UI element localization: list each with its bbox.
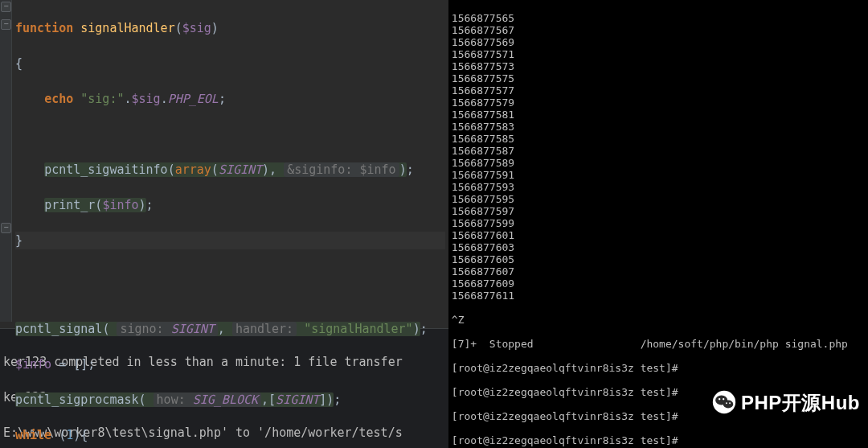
editor-area[interactable]: − − − function signalHandler($sig) { ech… xyxy=(0,0,448,322)
timestamp-line: 1566877585 xyxy=(452,133,865,145)
var-sig: $sig xyxy=(132,92,161,106)
svg-point-5 xyxy=(726,402,727,404)
prompt-line: [root@iz2zegqaeolqftvinr8is3z test]# xyxy=(452,410,865,422)
dot: . xyxy=(124,92,131,106)
timestamp-line: 1566877611 xyxy=(452,290,865,302)
string-handler: "signalHandler" xyxy=(304,322,412,336)
stmt-info-init: $info = []; xyxy=(15,357,95,372)
call-pcntl-signal: pcntl_signal( signo: SIGINT, handler: "s… xyxy=(15,322,420,336)
timestamp-line: 1566877597 xyxy=(452,205,865,217)
dot: . xyxy=(161,92,168,106)
const-sigint: SIGINT xyxy=(219,162,262,177)
ctrl-z-line: ^Z xyxy=(452,314,865,326)
timestamp-block: 1566877565156687756715668775691566877571… xyxy=(452,12,865,302)
param-hint-siginfo: &siginfo: $info xyxy=(284,162,399,177)
num-true: 1 xyxy=(66,428,73,442)
string-sig-prefix: "sig:" xyxy=(80,92,124,106)
timestamp-line: 1566877609 xyxy=(452,277,865,290)
semicolon: ; xyxy=(219,92,226,106)
timestamp-line: 1566877571 xyxy=(452,48,865,60)
timestamp-line: 1566877575 xyxy=(452,72,865,84)
remote-terminal[interactable]: 1566877565156687756715668775691566877571… xyxy=(448,0,868,448)
timestamp-line: 1566877577 xyxy=(452,84,865,97)
semicolon: ; xyxy=(407,162,414,177)
timestamp-line: 1566877605 xyxy=(452,253,865,265)
prompt-line: [root@iz2zegqaeolqftvinr8is3z test]# xyxy=(452,434,865,446)
call-print-r: print_r($info) xyxy=(44,198,145,212)
semicolon: ; xyxy=(146,198,154,212)
brace-open: { xyxy=(80,428,88,442)
brace-open: { xyxy=(15,56,23,71)
timestamp-line: 1566877599 xyxy=(452,217,865,229)
param-hint-handler: handler: xyxy=(232,322,297,336)
param-hint-signo: signo: SIGINT xyxy=(117,322,217,336)
timestamp-line: 1566877593 xyxy=(452,181,865,193)
svg-point-2 xyxy=(723,401,734,409)
keyword-array: array xyxy=(175,162,211,177)
call-sigwaitinfo: pcntl_sigwaitinfo(array(SIGINT), &siginf… xyxy=(44,162,407,177)
timestamp-line: 1566877603 xyxy=(452,241,865,253)
fold-toggle-icon[interactable]: − xyxy=(1,2,11,12)
svg-point-4 xyxy=(723,398,724,400)
prompt-line: [root@iz2zegqaeolqftvinr8is3z test]# xyxy=(452,386,865,398)
semicolon: ; xyxy=(334,393,341,407)
timestamp-line: 1566877567 xyxy=(452,24,865,36)
timestamp-line: 1566877565 xyxy=(452,12,865,24)
prompt-line: [root@iz2zegqaeolqftvinr8is3z test]# xyxy=(452,362,865,374)
keyword-while: while xyxy=(15,428,51,442)
timestamp-line: 1566877583 xyxy=(452,121,865,133)
keyword-echo: echo xyxy=(44,92,73,106)
timestamp-line: 1566877607 xyxy=(452,265,865,277)
var-info: $info xyxy=(102,198,138,212)
left-column: − − − function signalHandler($sig) { ech… xyxy=(0,0,448,448)
semicolon: ; xyxy=(420,322,428,336)
timestamp-line: 1566877573 xyxy=(452,60,865,72)
timestamp-line: 1566877569 xyxy=(452,36,865,48)
job-stopped-line: [7]+ Stopped /home/soft/php/bin/php sign… xyxy=(452,338,865,350)
timestamp-line: 1566877581 xyxy=(452,109,865,121)
editor-gutter[interactable]: − − − xyxy=(0,0,12,322)
fold-toggle-icon[interactable]: − xyxy=(1,223,11,233)
param-sig: $sig xyxy=(182,21,211,35)
const-sigint: SIGINT xyxy=(276,393,319,407)
timestamp-line: 1566877589 xyxy=(452,157,865,169)
svg-point-6 xyxy=(729,402,731,404)
function-name: signalHandler xyxy=(80,21,174,35)
app-root: − − − function signalHandler($sig) { ech… xyxy=(0,0,868,448)
brace-close: } xyxy=(15,233,23,248)
svg-point-3 xyxy=(719,398,720,400)
code-editor[interactable]: function signalHandler($sig) { echo "sig… xyxy=(12,0,448,322)
fold-toggle-icon[interactable]: − xyxy=(1,19,11,30)
timestamp-line: 1566877579 xyxy=(452,97,865,109)
call-sigprocmask: pcntl_sigprocmask( how: SIG_BLOCK,[SIGIN… xyxy=(15,393,334,407)
timestamp-line: 1566877601 xyxy=(452,229,865,241)
watermark-label: PHP开源Hub xyxy=(741,397,860,409)
const-php-eol: PHP_EOL xyxy=(168,92,219,106)
timestamp-line: 1566877591 xyxy=(452,169,865,181)
param-hint-how: how: SIG_BLOCK xyxy=(154,393,261,407)
keyword-function: function xyxy=(15,21,73,35)
timestamp-line: 1566877587 xyxy=(452,145,865,157)
timestamp-line: 1566877595 xyxy=(452,193,865,205)
